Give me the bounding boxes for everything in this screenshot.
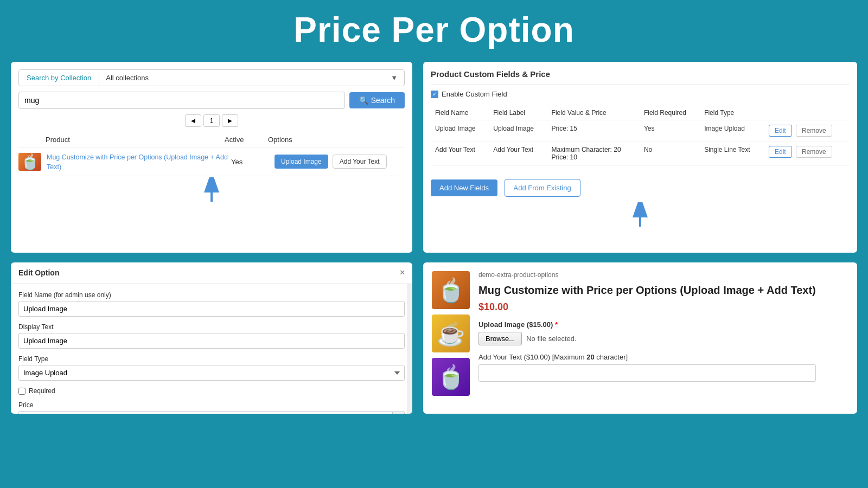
next-page-btn[interactable]: ► <box>222 114 239 127</box>
upload-image-button[interactable]: Upload Image <box>275 155 328 169</box>
caption-1: 1. Search Product and Click on Product T… <box>18 209 405 220</box>
arrow-up-container-2 <box>431 202 850 229</box>
search-bar-row: 🔍 Search <box>18 92 405 109</box>
fields-table-row: Add Your Text Add Your Text Maximum Char… <box>431 142 850 166</box>
product-info-right: demo-extra-product-options Mug Customize… <box>478 271 816 396</box>
th-actions <box>764 106 850 120</box>
edit-btn-0[interactable]: Edit <box>769 125 792 137</box>
cell-required-1: No <box>640 142 700 166</box>
product-thumbnail: 🍵 <box>18 153 41 171</box>
cell-actions-0: Edit Remove <box>764 120 850 142</box>
add-text-input[interactable] <box>478 364 816 382</box>
edit-option-panel: Edit Option × Field Name (for admin use … <box>11 262 412 414</box>
edit-option-title: Edit Option <box>18 268 59 277</box>
arrow-up-icon-2 <box>629 202 651 229</box>
top-panels-row: Search by Collection All collections ▼ 🔍… <box>0 62 868 253</box>
field-type-label: Field Type <box>18 355 405 363</box>
cell-field-label-1: Add Your Text <box>489 142 547 166</box>
price-group: Price ▲ ▼ <box>18 401 405 414</box>
table-row: 🍵 Mug Customize with Price per Options (… <box>18 147 405 176</box>
edit-option-header: Edit Option × <box>11 262 412 284</box>
mug-preview-2: ☕ <box>432 314 470 352</box>
price-input-row: ▲ ▼ <box>18 411 405 414</box>
cell-actions-1: Edit Remove <box>764 142 850 166</box>
field-type-group: Field Type Image Upload <box>18 355 405 381</box>
th-field-type: Field Type <box>700 106 764 120</box>
product-title-link[interactable]: Mug Customize with Price per Options (Up… <box>47 153 228 171</box>
search-btn-label: Search <box>371 96 395 105</box>
product-options-cell: Upload Image Add Your Text <box>275 155 405 169</box>
search-icon: 🔍 <box>359 96 368 105</box>
prev-page-btn[interactable]: ◄ <box>185 114 202 127</box>
search-button[interactable]: 🔍 Search <box>349 92 405 108</box>
search-by-collection-tab[interactable]: Search by Collection <box>19 70 99 86</box>
cell-field-name-0: Upload Image <box>431 120 489 142</box>
product-preview-panel: 🍵 ☕ 🍵 demo-extra-product-options Mug Cus… <box>423 262 857 414</box>
field-name-label: Field Name (for admin use only) <box>18 291 405 299</box>
upload-required-star: * <box>555 320 558 329</box>
enable-label: Enable Custom Field <box>442 90 507 98</box>
store-handle: demo-extra-product-options <box>478 271 816 279</box>
collection-search-row: Search by Collection All collections ▼ <box>18 69 405 86</box>
pagination-row: ◄ 1 ► <box>18 114 405 127</box>
field-name-group: Field Name (for admin use only) <box>18 291 405 317</box>
fields-table-header-row: Field Name Field Label Field Value & Pri… <box>431 106 850 120</box>
close-button[interactable]: × <box>400 268 405 278</box>
page-title: Price Per Option <box>0 0 868 62</box>
search-input[interactable] <box>18 92 345 109</box>
add-your-text-button[interactable]: Add Your Text <box>333 155 387 169</box>
th-field-required: Field Required <box>640 106 700 120</box>
th-field-value: Field Value & Price <box>547 106 640 120</box>
enable-checkbox[interactable]: ✓ <box>431 91 438 98</box>
upload-field-label: Upload Image ($15.00) <box>478 320 553 329</box>
upload-field-label-row: Upload Image ($15.00) * <box>478 320 816 329</box>
file-input-row: Browse... No file selected. <box>478 332 816 345</box>
display-text-input[interactable] <box>18 333 405 349</box>
price-label: Price <box>18 401 405 409</box>
add-text-label-prefix: Add Your Text ($10.00) [Maximum <box>478 353 585 361</box>
enable-custom-field-row: ✓ Enable Custom Field <box>431 90 850 98</box>
required-row: Required <box>18 387 405 395</box>
collection-dropdown-arrow[interactable]: ▼ <box>384 70 404 86</box>
fields-table-row: Upload Image Upload Image Price: 15 Yes … <box>431 120 850 142</box>
add-from-existing-button[interactable]: Add From Existing <box>505 179 580 197</box>
cell-field-value-1: Maximum Character: 20 Price: 10 <box>547 142 640 166</box>
fields-table: Field Name Field Label Field Value & Pri… <box>431 106 850 166</box>
add-text-bold-num: 20 <box>586 353 594 361</box>
fields-actions-row: Add New Fields Add From Existing <box>431 172 850 197</box>
collection-value: All collections <box>99 70 384 86</box>
preview-product-price: $10.00 <box>478 301 816 313</box>
price-spin: ▲ ▼ <box>392 412 404 414</box>
add-new-fields-button[interactable]: Add New Fields <box>431 179 497 196</box>
remove-btn-0[interactable]: Remove <box>796 125 832 137</box>
cell-type-0: Image Upload <box>700 120 764 142</box>
col-options-header: Options <box>268 136 405 144</box>
no-file-text: No file selected. <box>526 335 577 343</box>
cell-field-name-1: Add Your Text <box>431 142 489 166</box>
field-type-select[interactable]: Image Upload <box>18 365 405 381</box>
display-text-group: Display Text <box>18 323 405 349</box>
preview-content: 🍵 ☕ 🍵 demo-extra-product-options Mug Cus… <box>432 271 848 396</box>
arrow-down-container <box>18 177 405 204</box>
product-active-cell: Yes <box>231 158 275 166</box>
edit-btn-1[interactable]: Edit <box>769 146 792 158</box>
col-product-header: Product <box>18 136 225 144</box>
remove-btn-1[interactable]: Remove <box>796 146 832 158</box>
th-field-label: Field Label <box>489 106 547 120</box>
required-checkbox[interactable] <box>18 388 25 395</box>
scrollbar-track[interactable] <box>407 284 412 414</box>
preview-product-name: Mug Customize with Price per Options (Up… <box>478 283 816 297</box>
field-name-input[interactable] <box>18 301 405 317</box>
required-label: Required <box>29 387 55 395</box>
preview-mugs-column: 🍵 ☕ 🍵 <box>432 271 470 396</box>
caption-2: 2. List of Some Options <box>431 234 850 245</box>
edit-option-body: Field Name (for admin use only) Display … <box>11 284 412 414</box>
price-input[interactable] <box>19 412 392 414</box>
browse-button[interactable]: Browse... <box>478 332 522 345</box>
caption-row-1: 1. Search Product and Click on Product T… <box>18 209 405 220</box>
mug-preview-3: 🍵 <box>432 358 470 396</box>
display-text-label: Display Text <box>18 323 405 331</box>
current-page: 1 <box>203 114 219 127</box>
price-spin-up[interactable]: ▲ <box>393 412 404 414</box>
mug-preview-1: 🍵 <box>432 271 470 309</box>
